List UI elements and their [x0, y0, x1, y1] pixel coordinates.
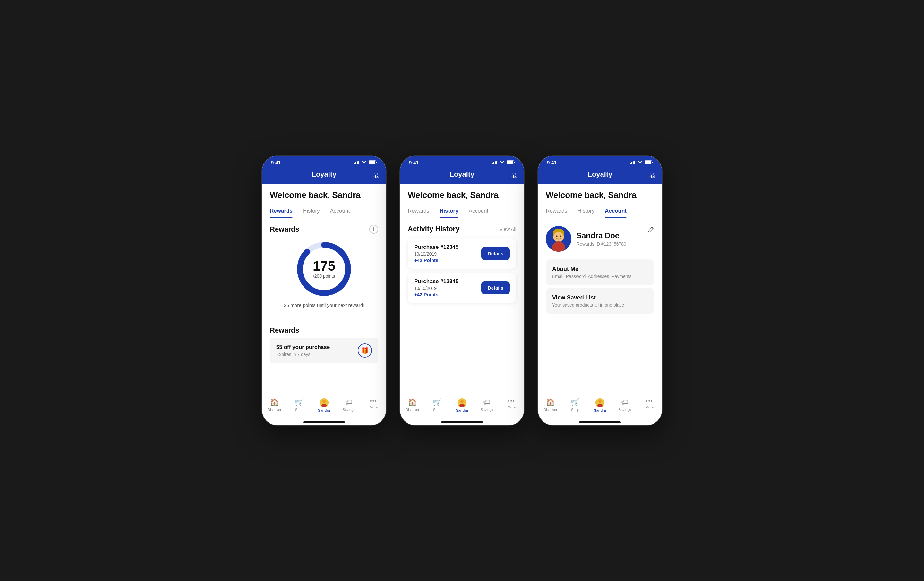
phones-container: 9:41: [261, 155, 663, 426]
nav-sandra-3[interactable]: Sandra: [587, 398, 612, 412]
svg-point-28: [640, 163, 641, 164]
nav-more-2[interactable]: ••• More: [499, 398, 524, 412]
shop-label-1: Shop: [295, 408, 304, 412]
tab-rewards-2[interactable]: Rewards: [408, 204, 429, 218]
tab-account-3[interactable]: Account: [605, 204, 627, 218]
savings-label-1: Savings: [343, 408, 355, 412]
nav-savings-2[interactable]: 🏷 Savings: [475, 398, 499, 412]
svg-rect-19: [507, 161, 513, 164]
content-rewards: Welcome back, Sandra Rewards History Acc…: [262, 184, 386, 425]
info-icon[interactable]: i: [369, 225, 378, 234]
avatar-svg-1: [320, 398, 328, 407]
activity-header: Activity History View All: [400, 218, 524, 238]
svg-rect-25: [631, 162, 632, 165]
svg-rect-24: [630, 163, 631, 165]
shop-label-2: Shop: [433, 408, 441, 412]
svg-rect-31: [652, 161, 653, 163]
welcome-2: Welcome back, Sandra: [400, 184, 524, 200]
nav-more-3[interactable]: ••• More: [637, 398, 662, 412]
nav-more-1[interactable]: ••• More: [361, 398, 386, 412]
discover-label-3: Discover: [543, 408, 557, 412]
bag-icon-1[interactable]: 🛍: [373, 171, 380, 180]
tab-history-3[interactable]: History: [578, 204, 594, 218]
tab-history-2[interactable]: History: [439, 204, 459, 218]
tab-account-2[interactable]: Account: [469, 204, 488, 218]
savings-label-2: Savings: [480, 408, 493, 412]
discover-icon-3: 🏠: [546, 398, 555, 407]
shop-icon-1: 🛒: [295, 398, 304, 407]
nav-shop-3[interactable]: 🛒 Shop: [563, 398, 587, 412]
profile-avatar: [546, 226, 571, 252]
nav-savings-3[interactable]: 🏷 Savings: [612, 398, 637, 412]
scroll-rewards[interactable]: Welcome back, Sandra Rewards History Acc…: [262, 184, 386, 395]
svg-rect-13: [492, 163, 493, 165]
status-bar-2: 9:41: [400, 156, 524, 168]
purchase-id-2: Purchase #12345: [414, 278, 459, 285]
bottom-nav-2: 🏠 Discover 🛒 Shop Sandra: [400, 395, 524, 419]
tab-rewards-3[interactable]: Rewards: [546, 204, 567, 218]
savings-label-3: Savings: [619, 408, 631, 412]
about-me-subtitle: Email, Password, Addresses, Payments: [552, 274, 648, 279]
bag-icon-3[interactable]: 🛍: [648, 171, 655, 180]
saved-list-title: View Saved List: [552, 295, 648, 301]
nav-sandra-2[interactable]: Sandra: [449, 398, 474, 412]
tab-account-1[interactable]: Account: [330, 204, 350, 218]
bottom-nav-3: 🏠 Discover 🛒 Shop Sandra: [538, 395, 662, 419]
activity-card-2: Purchase #12345 10/10/2019 +42 Points De…: [408, 273, 516, 303]
details-btn-1[interactable]: Details: [481, 247, 510, 260]
more-icon-2: •••: [508, 398, 515, 404]
shop-label-3: Shop: [571, 408, 579, 412]
activity-title: Activity History: [408, 225, 459, 233]
welcome-3: Welcome back, Sandra: [538, 184, 662, 200]
rewards-title: Rewards: [270, 225, 299, 234]
nav-discover-3[interactable]: 🏠 Discover: [538, 398, 563, 412]
saved-list-card[interactable]: View Saved List Your saved products all …: [546, 288, 654, 314]
purchase-points-2: +42 Points: [414, 292, 459, 297]
svg-rect-6: [369, 161, 375, 164]
bag-icon-2[interactable]: 🛍: [510, 171, 518, 180]
app-title-1: Loyalty: [312, 170, 336, 179]
purchase-date-1: 10/10/2019: [414, 251, 459, 257]
battery-icon-2: [507, 160, 515, 165]
nav-sandra-1[interactable]: Sandra: [312, 398, 336, 412]
nav-shop-2[interactable]: 🛒 Shop: [425, 398, 449, 412]
phone-rewards: 9:41: [261, 155, 387, 426]
discover-label-2: Discover: [406, 408, 419, 412]
view-all-btn[interactable]: View All: [500, 226, 516, 232]
svg-rect-14: [493, 162, 494, 165]
content-account: Welcome back, Sandra Rewards History Acc…: [538, 184, 662, 425]
tabs-3: Rewards History Account: [538, 204, 662, 218]
rewards-section-header: Rewards i: [262, 218, 386, 237]
tab-rewards-1[interactable]: Rewards: [270, 204, 293, 218]
reward-card-info: $5 off your purchase Expires in 7 days: [276, 344, 330, 357]
battery-icon-1: [369, 160, 377, 165]
nav-shop-1[interactable]: 🛒 Shop: [287, 398, 312, 412]
avatar-svg-2: [457, 398, 467, 407]
discover-icon-2: 🏠: [408, 398, 417, 407]
edit-icon[interactable]: [647, 226, 654, 235]
details-btn-2[interactable]: Details: [481, 281, 510, 295]
nav-discover-2[interactable]: 🏠 Discover: [400, 398, 425, 412]
wifi-icon-1: [361, 161, 367, 165]
svg-rect-3: [358, 161, 359, 165]
about-me-card[interactable]: About Me Email, Password, Addresses, Pay…: [546, 259, 654, 285]
phone-account: 9:41 L: [537, 155, 663, 426]
svg-rect-27: [634, 161, 635, 165]
nav-savings-1[interactable]: 🏷 Savings: [337, 398, 361, 412]
time-3: 9:41: [547, 160, 557, 165]
sandra-label-2: Sandra: [456, 408, 468, 412]
shop-icon-3: 🛒: [571, 398, 579, 407]
svg-rect-20: [514, 161, 515, 163]
scroll-history[interactable]: Welcome back, Sandra Rewards History Acc…: [400, 184, 524, 395]
more-label-1: More: [370, 405, 378, 409]
nav-discover-1[interactable]: 🏠 Discover: [262, 398, 287, 412]
status-icons-1: [354, 160, 377, 165]
svg-rect-30: [645, 161, 651, 164]
tab-history-1[interactable]: History: [303, 204, 320, 218]
reward-gift-icon: 🎁: [358, 343, 372, 357]
scroll-account[interactable]: Welcome back, Sandra Rewards History Acc…: [538, 184, 662, 395]
svg-rect-2: [357, 161, 358, 165]
svg-point-17: [502, 163, 503, 164]
rewards-section-2-header: Rewards: [262, 320, 386, 337]
home-indicator-2: [400, 419, 524, 425]
